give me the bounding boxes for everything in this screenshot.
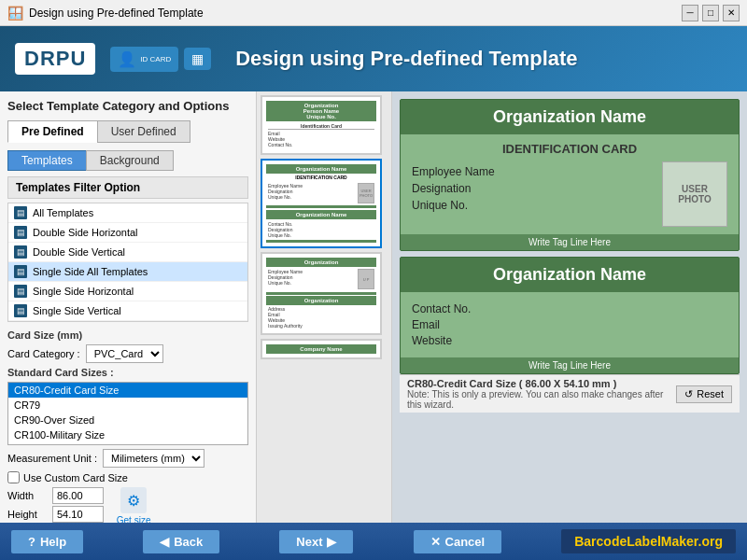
thumb1-contact: Contact No. (268, 142, 374, 147)
left-panel: Select Template Category and Options Pre… (0, 91, 257, 523)
title-bar-controls: ─ □ ✕ (682, 5, 740, 21)
size-cr79[interactable]: CR79 (8, 398, 247, 413)
height-input[interactable] (52, 506, 104, 523)
panel-title: Select Template Category and Options (7, 99, 248, 113)
preview-id-title: IDENTIFICATION CARD (412, 142, 727, 156)
template-thumb-4[interactable]: Company Name (261, 339, 382, 359)
thumb2-back: Contact No.DesignationUnique No. (266, 219, 376, 240)
filter-icon-dv (14, 245, 27, 259)
thumb2-bar (266, 205, 376, 208)
card-category-select[interactable]: PVC_Card (86, 344, 163, 363)
filter-icon-sh (14, 285, 27, 298)
filter-icon-ssa (14, 265, 27, 278)
template-scroll: OrganizationPerson NameUnique No. Identi… (261, 95, 388, 519)
filter-list: All Templates Double Side Horizontal Dou… (7, 203, 248, 322)
help-icon: ? (28, 535, 35, 549)
status-block: CR80-Credit Card Size ( 86.00 X 54.10 mm… (407, 378, 676, 410)
help-label: Help (40, 535, 66, 549)
tab-predefined[interactable]: Pre Defined (7, 120, 97, 143)
thumb3-photo: U P (358, 269, 374, 289)
minimize-button[interactable]: ─ (682, 5, 698, 21)
get-size-icon: ⚙ (120, 487, 147, 513)
width-input[interactable] (52, 487, 104, 504)
template-thumb-2[interactable]: Organization Name IDENTIFICATION CARD Em… (261, 159, 382, 248)
brand-label: BarcodeLabelMaker.org (561, 529, 736, 553)
preview-back-email: Email (412, 318, 727, 331)
get-size-label: Get size from Printer (109, 515, 158, 523)
card-size-label: Card Size (mm) (7, 329, 248, 341)
thumb-card-1: OrganizationPerson NameUnique No. Identi… (262, 97, 380, 153)
thumb3-org2: Organization (266, 296, 376, 305)
back-button[interactable]: ◀ Back (143, 530, 219, 553)
dimensions-block: Width Height (7, 487, 104, 523)
help-button[interactable]: ? Help (11, 530, 83, 553)
width-row: Width (7, 487, 104, 504)
tab-templates[interactable]: Templates (7, 150, 86, 171)
thumb2-uid: Unique No. (268, 194, 356, 200)
measurement-select[interactable]: Milimeters (mm) (103, 449, 204, 468)
template-thumb-3[interactable]: Organization Employee Name Designation U… (261, 252, 382, 335)
preview-photo-label: USER PHOTO (678, 184, 711, 204)
filter-item-sh[interactable]: Single Side Horizontal (8, 282, 247, 301)
cancel-icon: ✕ (430, 535, 441, 549)
tab-userdefined[interactable]: User Defined (97, 120, 190, 143)
thumb3-bar (266, 292, 376, 295)
window-title: Design using Pre-defined Template (29, 7, 204, 20)
logo-icon-id: 👤 ID CARD (110, 47, 178, 72)
next-button[interactable]: Next ▶ (279, 530, 353, 553)
preview-front-body: IDENTIFICATION CARD Employee Name Design… (401, 134, 739, 234)
custom-size-row: Use Custom Card Size (7, 471, 248, 483)
preview-back-contact: Contact No. (412, 302, 727, 315)
reset-icon: ↺ (684, 388, 693, 400)
thumb4-company: Company Name (266, 344, 376, 354)
size-cr90[interactable]: CR90-Over Sized (8, 413, 247, 427)
preview-panel: Organization Name IDENTIFICATION CARD Em… (392, 91, 747, 523)
height-label: Height (7, 509, 45, 520)
filter-icon-sv (14, 304, 27, 317)
custom-size-label: Use Custom Card Size (23, 472, 128, 483)
preview-front-card: Organization Name IDENTIFICATION CARD Em… (400, 99, 740, 251)
thumb2-photo: USER PHOTO (358, 183, 374, 203)
size-cr100[interactable]: CR100-Military Size (8, 427, 247, 442)
cancel-button[interactable]: ✕ Cancel (414, 530, 502, 553)
card-category-label: Card Category : (7, 348, 80, 359)
filter-item-dv[interactable]: Double Side Vertical (8, 243, 247, 262)
thumb3-back: AddressEmailWebsiteIssuing Authority (266, 305, 376, 329)
filter-item-ssa[interactable]: Single Side All Templates (8, 262, 247, 282)
measurement-label: Measurement Unit : (7, 453, 97, 464)
filter-item-all[interactable]: All Templates (8, 203, 247, 223)
custom-size-checkbox[interactable] (7, 471, 20, 483)
size-cr70[interactable]: CR70 (8, 442, 247, 445)
status-bar: CR80-Credit Card Size ( 86.00 X 54.10 mm… (400, 374, 740, 413)
maximize-button[interactable]: □ (702, 5, 719, 21)
height-row: Height (7, 506, 104, 523)
template-thumb-1[interactable]: OrganizationPerson NameUnique No. Identi… (261, 95, 382, 155)
logo-icons: 👤 ID CARD ▦ (110, 47, 211, 72)
preview-field-emp: Employee Name (412, 165, 655, 178)
get-size-button[interactable]: ⚙ Get size from Printer (109, 487, 158, 523)
filter-item-label-ssa: Single Side All Templates (33, 266, 148, 277)
reset-button[interactable]: ↺ Reset (676, 385, 732, 403)
preview-tagline-front: Write Tag Line Here (401, 234, 739, 250)
title-bar: 🪟 Design using Pre-defined Template ─ □ … (0, 0, 747, 26)
status-note: Note: This is only a preview. You can al… (407, 389, 676, 410)
size-cr80[interactable]: CR80-Credit Card Size (8, 383, 247, 398)
filter-item-dh[interactable]: Double Side Horizontal (8, 223, 247, 243)
preview-back-org: Organization Name (412, 265, 727, 285)
filter-item-label-all: All Templates (33, 207, 93, 218)
header: DRPU 👤 ID CARD ▦ Design using Pre-define… (0, 26, 747, 91)
filter-item-sv[interactable]: Single Side Vertical (8, 301, 247, 321)
preview-back-header: Organization Name (401, 258, 739, 292)
filter-item-label-sh: Single Side Horizontal (33, 286, 134, 297)
preview-content: Employee Name Designation Unique No. USE… (412, 161, 727, 227)
filter-label: Templates Filter Option (7, 176, 248, 199)
back-icon: ◀ (160, 535, 169, 549)
reset-label: Reset (697, 388, 724, 399)
thumb1-org: OrganizationPerson NameUnique No. (266, 101, 376, 121)
thumb-card-2: Organization Name IDENTIFICATION CARD Em… (262, 161, 380, 246)
template-tabs: Templates Background (7, 150, 248, 171)
width-label: Width (7, 490, 45, 501)
tab-background[interactable]: Background (86, 150, 174, 171)
close-button[interactable]: ✕ (723, 5, 740, 21)
filter-item-label-dh: Double Side Horizontal (33, 227, 138, 238)
